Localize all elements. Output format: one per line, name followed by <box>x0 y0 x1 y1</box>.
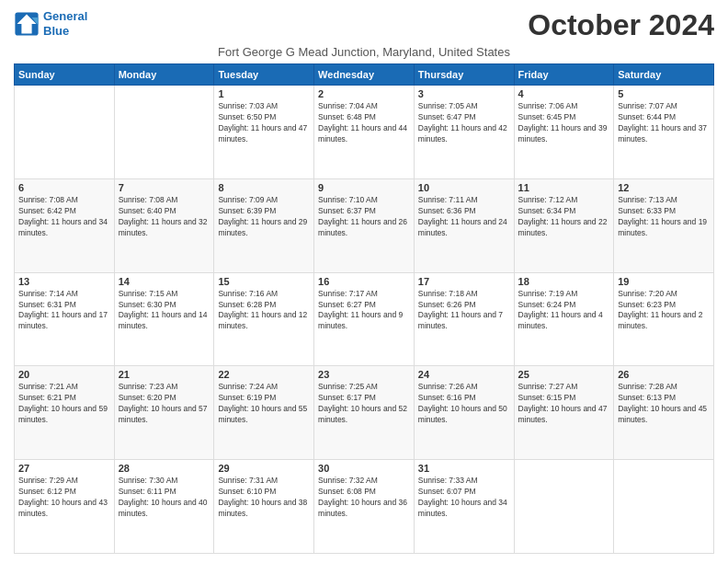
calendar-week-1: 1Sunrise: 7:03 AM Sunset: 6:50 PM Daylig… <box>15 86 714 179</box>
day-number: 15 <box>218 276 310 287</box>
day-info: Sunrise: 7:11 AM Sunset: 6:36 PM Dayligh… <box>418 195 510 239</box>
month-title: October 2024 <box>528 9 714 41</box>
calendar-cell: 6Sunrise: 7:08 AM Sunset: 6:42 PM Daylig… <box>15 178 115 272</box>
calendar-cell: 5Sunrise: 7:07 AM Sunset: 6:44 PM Daylig… <box>614 86 714 179</box>
calendar-table: Sunday Monday Tuesday Wednesday Thursday… <box>14 63 714 554</box>
day-number: 2 <box>318 88 410 99</box>
day-number: 8 <box>218 182 310 193</box>
header-thursday: Thursday <box>414 64 514 86</box>
day-info: Sunrise: 7:04 AM Sunset: 6:48 PM Dayligh… <box>318 101 410 145</box>
day-number: 20 <box>18 369 110 380</box>
calendar-cell: 1Sunrise: 7:03 AM Sunset: 6:50 PM Daylig… <box>214 86 314 179</box>
day-info: Sunrise: 7:05 AM Sunset: 6:47 PM Dayligh… <box>418 101 510 145</box>
day-info: Sunrise: 7:08 AM Sunset: 6:40 PM Dayligh… <box>119 195 210 239</box>
day-number: 14 <box>119 276 210 287</box>
calendar-cell <box>514 460 614 554</box>
calendar-cell: 7Sunrise: 7:08 AM Sunset: 6:40 PM Daylig… <box>114 178 214 272</box>
header-saturday: Saturday <box>614 64 714 86</box>
day-info: Sunrise: 7:25 AM Sunset: 6:17 PM Dayligh… <box>318 382 410 426</box>
calendar-header-row: Sunday Monday Tuesday Wednesday Thursday… <box>15 64 714 86</box>
calendar-cell <box>614 460 714 554</box>
header-monday: Monday <box>114 64 214 86</box>
calendar-cell: 25Sunrise: 7:27 AM Sunset: 6:15 PM Dayli… <box>514 366 614 460</box>
logo-icon <box>14 11 40 37</box>
day-number: 5 <box>618 88 710 99</box>
day-info: Sunrise: 7:03 AM Sunset: 6:50 PM Dayligh… <box>218 101 310 145</box>
day-number: 4 <box>518 88 610 99</box>
day-number: 24 <box>418 369 510 380</box>
day-info: Sunrise: 7:26 AM Sunset: 6:16 PM Dayligh… <box>418 382 510 426</box>
day-number: 17 <box>418 276 510 287</box>
calendar-cell: 9Sunrise: 7:10 AM Sunset: 6:37 PM Daylig… <box>314 178 415 272</box>
day-info: Sunrise: 7:06 AM Sunset: 6:45 PM Dayligh… <box>518 101 610 145</box>
day-number: 22 <box>218 369 310 380</box>
day-info: Sunrise: 7:29 AM Sunset: 6:12 PM Dayligh… <box>18 476 110 520</box>
calendar-cell: 17Sunrise: 7:18 AM Sunset: 6:26 PM Dayli… <box>414 272 514 366</box>
day-info: Sunrise: 7:32 AM Sunset: 6:08 PM Dayligh… <box>318 476 410 520</box>
calendar-cell: 16Sunrise: 7:17 AM Sunset: 6:27 PM Dayli… <box>314 272 415 366</box>
day-info: Sunrise: 7:10 AM Sunset: 6:37 PM Dayligh… <box>318 195 410 239</box>
day-info: Sunrise: 7:21 AM Sunset: 6:21 PM Dayligh… <box>18 382 110 426</box>
day-number: 11 <box>518 182 610 193</box>
calendar-cell: 24Sunrise: 7:26 AM Sunset: 6:16 PM Dayli… <box>414 366 514 460</box>
day-info: Sunrise: 7:23 AM Sunset: 6:20 PM Dayligh… <box>119 382 210 426</box>
logo-line2: Blue <box>43 24 69 38</box>
day-info: Sunrise: 7:19 AM Sunset: 6:24 PM Dayligh… <box>518 289 610 333</box>
calendar-cell: 29Sunrise: 7:31 AM Sunset: 6:10 PM Dayli… <box>214 460 314 554</box>
day-info: Sunrise: 7:20 AM Sunset: 6:23 PM Dayligh… <box>618 289 710 333</box>
day-number: 13 <box>18 276 110 287</box>
logo-text: General Blue <box>43 9 87 38</box>
calendar-cell: 21Sunrise: 7:23 AM Sunset: 6:20 PM Dayli… <box>114 366 214 460</box>
day-number: 19 <box>618 276 710 287</box>
calendar-cell <box>114 86 214 179</box>
day-number: 9 <box>318 182 410 193</box>
calendar-cell: 22Sunrise: 7:24 AM Sunset: 6:19 PM Dayli… <box>214 366 314 460</box>
day-number: 27 <box>18 463 110 474</box>
day-number: 7 <box>119 182 210 193</box>
day-info: Sunrise: 7:28 AM Sunset: 6:13 PM Dayligh… <box>618 382 710 426</box>
day-info: Sunrise: 7:14 AM Sunset: 6:31 PM Dayligh… <box>18 289 110 333</box>
calendar-week-4: 20Sunrise: 7:21 AM Sunset: 6:21 PM Dayli… <box>15 366 714 460</box>
header-friday: Friday <box>514 64 614 86</box>
day-number: 18 <box>518 276 610 287</box>
day-info: Sunrise: 7:09 AM Sunset: 6:39 PM Dayligh… <box>218 195 310 239</box>
day-number: 21 <box>119 369 210 380</box>
header: General Blue October 2024 <box>14 9 714 41</box>
logo: General Blue <box>14 9 87 38</box>
day-info: Sunrise: 7:07 AM Sunset: 6:44 PM Dayligh… <box>618 101 710 145</box>
calendar-cell: 3Sunrise: 7:05 AM Sunset: 6:47 PM Daylig… <box>414 86 514 179</box>
day-info: Sunrise: 7:12 AM Sunset: 6:34 PM Dayligh… <box>518 195 610 239</box>
calendar-week-3: 13Sunrise: 7:14 AM Sunset: 6:31 PM Dayli… <box>15 272 714 366</box>
calendar-cell: 27Sunrise: 7:29 AM Sunset: 6:12 PM Dayli… <box>15 460 115 554</box>
day-number: 23 <box>318 369 410 380</box>
day-number: 29 <box>218 463 310 474</box>
calendar-cell: 8Sunrise: 7:09 AM Sunset: 6:39 PM Daylig… <box>214 178 314 272</box>
calendar-cell: 13Sunrise: 7:14 AM Sunset: 6:31 PM Dayli… <box>15 272 115 366</box>
header-tuesday: Tuesday <box>214 64 314 86</box>
day-info: Sunrise: 7:30 AM Sunset: 6:11 PM Dayligh… <box>119 476 210 520</box>
calendar-cell: 10Sunrise: 7:11 AM Sunset: 6:36 PM Dayli… <box>414 178 514 272</box>
header-sunday: Sunday <box>15 64 115 86</box>
day-number: 10 <box>418 182 510 193</box>
day-info: Sunrise: 7:24 AM Sunset: 6:19 PM Dayligh… <box>218 382 310 426</box>
calendar-cell: 31Sunrise: 7:33 AM Sunset: 6:07 PM Dayli… <box>414 460 514 554</box>
calendar-cell: 20Sunrise: 7:21 AM Sunset: 6:21 PM Dayli… <box>15 366 115 460</box>
day-number: 28 <box>119 463 210 474</box>
header-wednesday: Wednesday <box>314 64 415 86</box>
calendar-cell: 23Sunrise: 7:25 AM Sunset: 6:17 PM Dayli… <box>314 366 415 460</box>
calendar-cell: 28Sunrise: 7:30 AM Sunset: 6:11 PM Dayli… <box>114 460 214 554</box>
day-number: 12 <box>618 182 710 193</box>
calendar-cell: 30Sunrise: 7:32 AM Sunset: 6:08 PM Dayli… <box>314 460 415 554</box>
day-number: 26 <box>618 369 710 380</box>
day-info: Sunrise: 7:31 AM Sunset: 6:10 PM Dayligh… <box>218 476 310 520</box>
title-section: October 2024 <box>528 9 714 41</box>
day-info: Sunrise: 7:08 AM Sunset: 6:42 PM Dayligh… <box>18 195 110 239</box>
calendar-week-5: 27Sunrise: 7:29 AM Sunset: 6:12 PM Dayli… <box>15 460 714 554</box>
day-info: Sunrise: 7:33 AM Sunset: 6:07 PM Dayligh… <box>418 476 510 520</box>
calendar-cell <box>15 86 115 179</box>
page: General Blue October 2024 Fort George G … <box>0 0 728 563</box>
calendar-cell: 4Sunrise: 7:06 AM Sunset: 6:45 PM Daylig… <box>514 86 614 179</box>
calendar-week-2: 6Sunrise: 7:08 AM Sunset: 6:42 PM Daylig… <box>15 178 714 272</box>
day-number: 30 <box>318 463 410 474</box>
calendar-cell: 14Sunrise: 7:15 AM Sunset: 6:30 PM Dayli… <box>114 272 214 366</box>
